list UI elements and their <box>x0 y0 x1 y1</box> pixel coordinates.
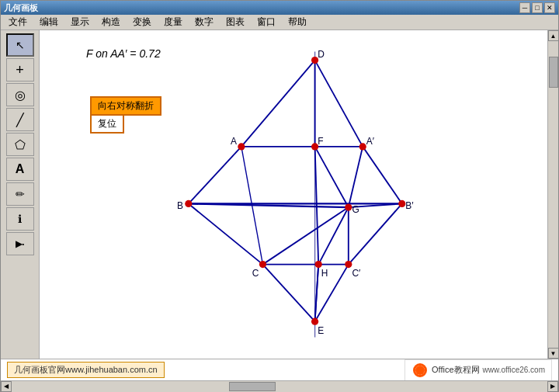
menu-help[interactable]: 帮助 <box>283 15 311 29</box>
menu-file[interactable]: 文件 <box>4 15 32 29</box>
scroll-up-btn[interactable]: ▲ <box>548 30 559 41</box>
menu-display[interactable]: 显示 <box>66 15 94 29</box>
svg-text:B: B <box>177 200 183 211</box>
svg-line-3 <box>189 147 241 204</box>
window-controls: ─ □ ✕ <box>519 2 555 13</box>
left-toolbar: ↖ + ◎ ╱ ⬠ A ✏ ℹ ▶• <box>1 30 40 359</box>
menu-number[interactable]: 数字 <box>190 15 218 29</box>
maximize-btn[interactable]: □ <box>532 2 543 13</box>
main-area: ↖ + ◎ ╱ ⬠ A ✏ ℹ ▶• F on AA′ = 0.72 向右对称翻… <box>1 30 558 359</box>
scrollbar-thumb[interactable] <box>549 57 558 88</box>
info-tool[interactable]: ℹ <box>6 207 34 231</box>
svg-text:B′: B′ <box>405 200 414 211</box>
svg-line-9 <box>189 203 263 264</box>
svg-point-34 <box>315 261 322 268</box>
svg-point-32 <box>398 200 405 207</box>
banner-right-text: Office教程网 www.office26.com <box>404 359 552 381</box>
svg-text:D: D <box>318 49 325 60</box>
svg-text:A′: A′ <box>366 136 375 147</box>
svg-line-8 <box>315 147 349 207</box>
svg-point-30 <box>185 200 192 207</box>
office-label: Office教程网 <box>432 364 480 376</box>
scroll-down-btn[interactable]: ▼ <box>548 348 559 359</box>
banner-left-text: 几何画板官网www.jihehuaban.com.cn <box>7 362 165 378</box>
office-icon <box>411 362 429 379</box>
svg-text:H: H <box>321 268 328 279</box>
menu-edit[interactable]: 编辑 <box>35 15 63 29</box>
scrollbar-h-thumb[interactable] <box>229 382 276 391</box>
canvas-area[interactable]: F on AA′ = 0.72 向右对称翻折 复位 <box>40 30 547 359</box>
svg-line-6 <box>363 147 402 204</box>
scrollbar-bottom: ◀ ▶ <box>1 380 558 391</box>
scrollbar-track[interactable] <box>548 41 559 348</box>
svg-line-7 <box>349 147 363 207</box>
play-tool[interactable]: ▶• <box>6 232 34 255</box>
svg-text:C′: C′ <box>352 268 361 279</box>
svg-line-19 <box>318 207 349 265</box>
menu-measure[interactable]: 度量 <box>159 15 187 29</box>
svg-line-17 <box>315 265 349 322</box>
scroll-right-btn[interactable]: ▶ <box>547 381 558 392</box>
window-title: 几何画板 <box>4 2 38 14</box>
menu-transform[interactable]: 变换 <box>128 15 156 29</box>
svg-line-1 <box>241 61 315 147</box>
point-tool[interactable]: + <box>6 58 34 82</box>
app-window: 几何画板 ─ □ ✕ 文件 编辑 显示 构造 变换 度量 数字 图表 窗口 帮助… <box>0 0 559 392</box>
svg-text:G: G <box>352 204 359 215</box>
polygon-tool[interactable]: ⬠ <box>6 133 34 156</box>
select-tool[interactable]: ↖ <box>6 33 34 57</box>
line-tool[interactable]: ╱ <box>6 108 34 131</box>
menu-window[interactable]: 窗口 <box>252 15 280 29</box>
menu-graph[interactable]: 图表 <box>221 15 249 29</box>
geometry-canvas: D A F A′ B G B′ C H C′ E <box>40 30 547 359</box>
svg-point-35 <box>345 261 352 268</box>
svg-point-27 <box>238 143 245 150</box>
pencil-tool[interactable]: ✏ <box>6 182 34 206</box>
svg-text:F: F <box>318 136 323 147</box>
svg-text:C: C <box>252 268 259 279</box>
menubar: 文件 编辑 显示 构造 变换 度量 数字 图表 窗口 帮助 <box>1 15 558 30</box>
svg-point-29 <box>359 143 366 150</box>
close-btn[interactable]: ✕ <box>544 2 555 13</box>
scroll-left-btn[interactable]: ◀ <box>1 381 12 392</box>
svg-text:A: A <box>231 136 237 147</box>
titlebar: 几何画板 ─ □ ✕ <box>1 1 558 15</box>
minimize-btn[interactable]: ─ <box>519 2 530 13</box>
office-url: www.office26.com <box>483 366 545 374</box>
text-tool[interactable]: A <box>6 158 34 181</box>
footer-banner: 几何画板官网www.jihehuaban.com.cn Office教程网 ww… <box>1 359 558 380</box>
svg-line-15 <box>262 265 314 322</box>
scrollbar-h-track[interactable] <box>12 381 547 392</box>
svg-line-2 <box>315 61 363 147</box>
bottom-area: 几何画板官网www.jihehuaban.com.cn Office教程网 ww… <box>1 359 558 391</box>
compass-tool[interactable]: ◎ <box>6 83 34 106</box>
svg-line-21 <box>262 207 348 265</box>
svg-point-31 <box>345 203 352 210</box>
menu-construct[interactable]: 构造 <box>97 15 125 29</box>
svg-point-33 <box>259 261 266 268</box>
svg-point-36 <box>311 318 318 325</box>
svg-text:E: E <box>318 325 324 336</box>
scrollbar-right: ▲ ▼ <box>547 30 558 359</box>
